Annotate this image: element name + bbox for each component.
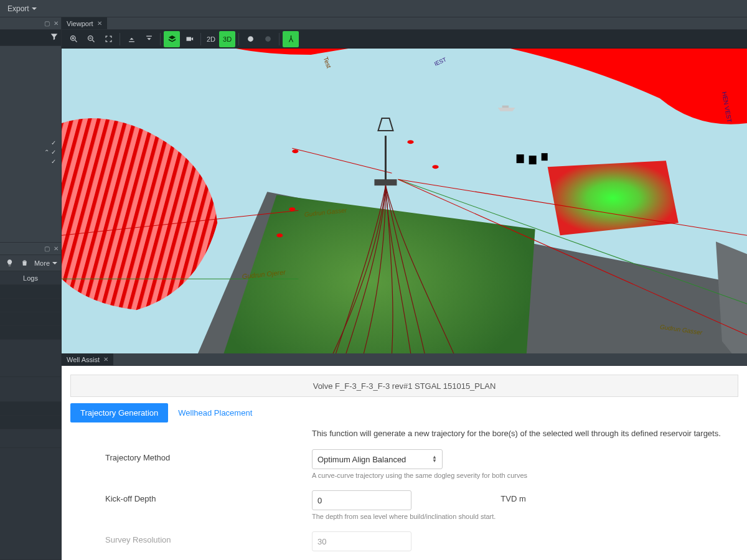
input-survey-resolution[interactable] <box>312 531 411 551</box>
logs-list[interactable] <box>0 285 61 560</box>
tab-trajectory-generation[interactable]: Trajectory Generation <box>70 403 168 422</box>
zoom-in-icon <box>69 34 78 44</box>
mode-2d-button[interactable]: 2D <box>204 35 218 43</box>
label-kickoff-depth: Kick-off Depth <box>105 490 301 503</box>
menu-export-label: Export <box>7 4 29 13</box>
close-icon[interactable]: ✕ <box>103 356 108 363</box>
lightbulb-button[interactable] <box>4 257 15 269</box>
svg-line-5 <box>92 40 94 42</box>
sphere-light-button[interactable] <box>242 31 258 47</box>
scene-canvas: Gudrun Ojerer Gudrun Gasser Gudrun Gasse… <box>62 49 747 353</box>
layers-button[interactable] <box>164 31 180 47</box>
arrows-down-icon <box>144 34 154 44</box>
svg-rect-31 <box>517 154 524 163</box>
svg-point-24 <box>276 233 283 237</box>
arrows-up-button[interactable] <box>123 31 139 47</box>
props-panel-controls: ▢ ✕ <box>0 243 61 255</box>
viewport-tab-label: Viewport <box>67 20 93 27</box>
well-icon <box>286 34 296 44</box>
zoom-out-button[interactable] <box>83 31 99 47</box>
filter-row <box>0 30 61 46</box>
well-button[interactable] <box>283 31 299 47</box>
panel-popout-icon[interactable]: ▢ <box>44 245 50 252</box>
menubar: Export <box>0 0 747 17</box>
tree-check-1[interactable]: ✓ <box>51 139 56 146</box>
svg-rect-33 <box>542 153 548 161</box>
tree-check-3[interactable]: ✓ <box>51 158 56 165</box>
select-value: Optimum Align Balanced <box>317 455 406 464</box>
more-label: More <box>34 259 50 267</box>
tab-viewport[interactable]: Viewport ✕ <box>62 17 108 29</box>
list-item[interactable] <box>0 299 61 312</box>
svg-rect-29 <box>374 179 397 185</box>
caret-down-icon <box>32 7 37 10</box>
list-item[interactable] <box>0 416 61 429</box>
list-item[interactable] <box>0 326 61 340</box>
svg-point-22 <box>292 149 298 153</box>
fullscreen-icon <box>104 34 113 44</box>
viewport-toolbar: 2D 3D <box>62 30 747 49</box>
delete-button[interactable] <box>19 257 30 269</box>
svg-rect-32 <box>529 156 537 164</box>
sphere-dark-button[interactable] <box>260 31 276 47</box>
funnel-icon <box>50 32 59 41</box>
svg-marker-15 <box>548 161 679 235</box>
panel-close-icon[interactable]: ✕ <box>54 20 59 27</box>
list-item[interactable] <box>0 377 61 402</box>
panel-close-icon[interactable]: ✕ <box>54 245 59 252</box>
list-item[interactable] <box>0 285 61 299</box>
arrows-down-button[interactable] <box>141 31 157 47</box>
sidebar-left: ▢ ✕ ✓ ⌃ ✓ ✓ ▢ ✕ <box>0 17 62 560</box>
camera-icon <box>185 34 194 44</box>
unit-kickoff: TVD m <box>500 490 525 503</box>
svg-point-7 <box>248 36 253 42</box>
scene-panel-controls: ▢ ✕ <box>0 17 61 30</box>
arrows-up-icon <box>127 34 136 44</box>
list-item[interactable] <box>0 340 61 377</box>
lightbulb-icon <box>6 259 14 267</box>
menu-export[interactable]: Export <box>2 2 42 16</box>
tree-check-2[interactable]: ⌃ ✓ <box>44 149 56 156</box>
well-title: Volve F_F-3_F-3_F-3 rev#1 STGAL 151015_P… <box>70 375 738 397</box>
filter-button[interactable] <box>50 32 59 43</box>
camera-button[interactable] <box>181 31 197 47</box>
list-item[interactable] <box>0 402 61 416</box>
viewport-tabbar: Viewport ✕ <box>62 17 747 30</box>
sphere-shaded-icon <box>263 34 273 44</box>
more-button[interactable]: More <box>34 259 57 267</box>
hint-kickoff-depth: The depth from sea level where build/inc… <box>312 513 496 520</box>
svg-line-1 <box>75 40 77 42</box>
fullscreen-button[interactable] <box>100 31 116 47</box>
select-trajectory-method[interactable]: Optimum Align Balanced ▲▼ <box>312 449 443 469</box>
svg-point-26 <box>433 165 439 169</box>
caret-down-icon <box>52 262 57 264</box>
layers-icon <box>167 34 177 44</box>
function-description: This function will generate a new trajec… <box>312 429 738 438</box>
zoom-out-icon <box>87 34 96 44</box>
scene-tree[interactable]: ✓ ⌃ ✓ ✓ <box>0 46 61 242</box>
input-kickoff-depth[interactable] <box>312 490 411 510</box>
list-item[interactable] <box>0 429 61 448</box>
logs-label: Logs <box>23 274 38 282</box>
svg-point-25 <box>407 140 413 144</box>
list-item[interactable] <box>0 312 61 326</box>
sphere-icon <box>246 34 255 44</box>
label-survey-resolution: Survey Resolution <box>105 531 301 544</box>
properties-panel: ▢ ✕ More Logs <box>0 242 61 560</box>
well-assist-panel: Volve F_F-3_F-3_F-3 rev#1 STGAL 151015_P… <box>62 366 747 560</box>
hint-trajectory-method: A curve-curve trajectory using the same … <box>312 472 738 479</box>
svg-point-8 <box>265 36 271 42</box>
list-item[interactable] <box>0 448 61 560</box>
tab-wellhead-placement[interactable]: Wellhead Placement <box>168 403 262 422</box>
trash-icon <box>21 259 29 267</box>
zoom-in-button[interactable] <box>65 31 82 47</box>
svg-rect-30 <box>502 106 509 108</box>
panel-popout-icon[interactable]: ▢ <box>44 20 50 27</box>
viewport-3d[interactable]: Gudrun Ojerer Gudrun Gasser Gudrun Gasse… <box>62 49 747 353</box>
mode-3d-button[interactable]: 3D <box>219 31 235 47</box>
tab-well-assist[interactable]: Well Assist ✕ <box>62 353 114 365</box>
well-assist-tab-label: Well Assist <box>67 356 100 363</box>
label-trajectory-method: Trajectory Method <box>105 449 301 462</box>
close-icon[interactable]: ✕ <box>97 20 102 27</box>
tab-logs[interactable]: Logs <box>0 271 61 285</box>
